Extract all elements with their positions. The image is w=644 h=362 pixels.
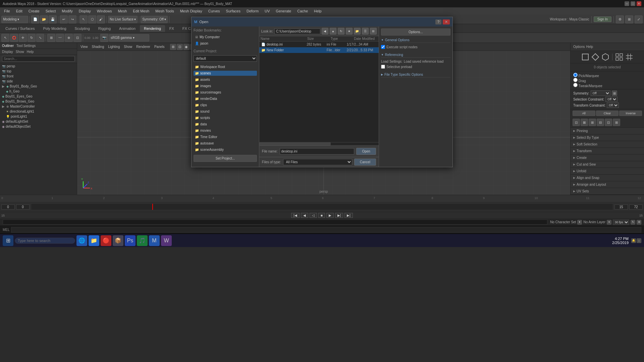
play-btn[interactable]: ▶ (326, 213, 334, 218)
menu-display[interactable]: Display (76, 8, 94, 14)
menu-uv[interactable]: UV (262, 8, 272, 14)
dir-workspace-root[interactable]: 📁 Workspace Root (194, 64, 257, 69)
redo-btn[interactable]: ↪ (68, 15, 76, 23)
menu-file[interactable]: File (1, 8, 13, 14)
new-file-btn[interactable]: 📄 (31, 15, 39, 23)
outliner-item-dir-light[interactable]: ☀ directionalLight1 (1, 109, 76, 114)
vp-icon-1[interactable]: ⊞ (170, 44, 176, 50)
outliner-item-eyes[interactable]: ◆ Boy01_Eyes_Geo (1, 94, 76, 99)
selection-constraint-select[interactable]: Off (605, 97, 618, 102)
align-snap-header[interactable]: Align and Snap (571, 175, 644, 181)
snap-to-surface-btn[interactable]: ⊡ (73, 34, 82, 42)
windows-search-input[interactable] (15, 238, 75, 244)
dir-autosave[interactable]: 📁 autosave (194, 141, 257, 146)
panels-menu-btn[interactable]: Panels (153, 45, 166, 49)
timeline-range-start[interactable] (16, 204, 30, 209)
go-end-btn[interactable]: ▶| (344, 213, 353, 218)
drag-radio[interactable] (573, 78, 578, 82)
modeling-dropdown[interactable]: Modeling ▾ (1, 16, 28, 23)
anim-layer-arrow[interactable]: ▾ (607, 220, 611, 225)
grid-btn-3[interactable]: ⊞ (589, 119, 596, 126)
taskbar-icon-chrome[interactable]: 🌐 (76, 235, 87, 246)
col-size[interactable]: Size (307, 37, 331, 41)
show-desktop-btn[interactable]: | (637, 238, 641, 243)
outliner-item-point-light[interactable]: 💡 pointLight1 (1, 114, 76, 119)
menu-edit[interactable]: Edit (13, 8, 25, 14)
grid-btn-1[interactable]: ⊡ (573, 119, 580, 126)
timeline-track[interactable] (31, 203, 613, 210)
look-in-list-view-btn[interactable]: ☰ (362, 28, 369, 35)
file-row-desktop-ini[interactable]: 📄 desktop.ini 282 bytes ini File 1/17/2.… (259, 42, 379, 47)
tab-rendering[interactable]: Rendering (140, 25, 165, 32)
dir-renderdata[interactable]: 📁 renderData (194, 96, 257, 101)
cut-and-sew-header[interactable]: Cut and Sew (571, 161, 644, 168)
arrange-layout-header[interactable]: Arrange and Layout (571, 181, 644, 188)
outliner-item-boy01-body[interactable]: ▶ ◆ Boy01_Body_Geo (1, 84, 76, 89)
dir-sound[interactable]: 📁 sound (194, 109, 257, 114)
menu-deform[interactable]: Deform (244, 8, 261, 14)
tab-animation[interactable]: Animation (115, 25, 140, 32)
dir-scenes[interactable]: 📁 scenes (194, 71, 257, 76)
snap-to-point-btn[interactable]: ⊕ (65, 34, 73, 42)
tab-fx[interactable]: FX (165, 25, 178, 32)
selective-preload-checkbox[interactable] (381, 65, 385, 69)
timeline-ruler[interactable]: 0 1 2 3 4 5 6 7 8 9 10 11 12 (0, 195, 644, 202)
file-list-hscrollbar[interactable] (259, 142, 379, 145)
timeline-start-input[interactable] (1, 204, 15, 209)
timeline-current-frame[interactable] (614, 204, 628, 209)
tool-settings-tab[interactable]: Tool Settings (16, 44, 36, 48)
out-help-tab[interactable]: Help (27, 50, 34, 54)
tab-poly-modeling[interactable]: Poly Modeling (39, 25, 70, 32)
paint-btn[interactable]: 🖌 (97, 15, 105, 23)
view-menu-btn[interactable]: View (79, 45, 89, 49)
clear-button[interactable]: Clear (596, 111, 619, 116)
vp-icon-2[interactable]: ⊡ (177, 44, 183, 50)
file-name-input[interactable] (280, 148, 355, 155)
shading-menu-btn[interactable]: Shading (91, 45, 106, 49)
hscrollbar-thumb[interactable] (259, 142, 331, 145)
col-name[interactable]: Name (261, 37, 307, 41)
dir-data[interactable]: 📁 data (194, 122, 257, 127)
menu-select[interactable]: Select (43, 8, 59, 14)
grid-btn-6[interactable]: ⊞ (613, 119, 620, 126)
outliner-item-front[interactable]: 📷 front (1, 74, 76, 79)
next-frame-btn[interactable]: ▶| (335, 213, 343, 218)
bookmark-my-computer[interactable]: 🖥 My Computer (194, 35, 257, 40)
bookmark-jason[interactable]: 👤 jason (194, 41, 257, 46)
snap-to-grid-btn[interactable]: ⊞ (47, 34, 55, 42)
dir-movies[interactable]: 📁 movies (194, 128, 257, 133)
select-by-type-header[interactable]: Select By Type (571, 134, 644, 141)
dir-scripts[interactable]: 📁 scripts (194, 115, 257, 120)
char-set-arrow[interactable]: ▾ (577, 220, 582, 225)
pick-marquee-radio[interactable] (573, 73, 578, 77)
pinning-header[interactable]: Pinning (571, 128, 644, 134)
taskbar-icon-spotify[interactable]: 🎵 (137, 235, 148, 246)
select-tool-btn[interactable]: ↖ (79, 15, 88, 23)
renderer-menu-btn[interactable]: Renderer (135, 45, 152, 49)
dir-clips[interactable]: 📁 clips (194, 103, 257, 108)
expand-btn[interactable]: ⤢ (635, 15, 643, 23)
outliner-item-default-light-set[interactable]: ◉ defaultLightSet (1, 119, 76, 124)
outliner-item-brows[interactable]: ◆ Boy01_Brows_Geo (1, 99, 76, 104)
taskbar-icon-explorer[interactable]: 📁 (89, 235, 99, 246)
lasso-btn[interactable]: ⬡ (88, 15, 96, 23)
undo-btn[interactable]: ↩ (60, 15, 68, 23)
symmetry-select[interactable]: Off Object X Object Y (591, 90, 610, 96)
snap-to-curve-btn[interactable]: 〰 (56, 34, 64, 42)
mel-input[interactable] (11, 227, 641, 233)
look-in-detail-view-btn[interactable]: ⊞ (370, 28, 377, 35)
grid-btn-2[interactable]: ⊠ (581, 119, 588, 126)
execute-script-nodes-checkbox[interactable] (381, 45, 385, 49)
lighting-menu-btn[interactable]: Lighting (107, 45, 121, 49)
file-row-new-folder[interactable]: 📁 New Folder File...lder 2/21/20...5:33 … (259, 47, 379, 53)
taskbar-icon-unknown1[interactable]: 🔴 (101, 235, 111, 246)
menu-modify[interactable]: Modify (59, 8, 75, 14)
prev-frame-btn[interactable]: ◀ (301, 213, 308, 218)
status-settings-btn[interactable]: ⚙ (637, 220, 641, 225)
tab-sculpting[interactable]: Sculpting (71, 25, 94, 32)
vp-icon-3[interactable]: ◉ (183, 44, 190, 50)
uv-sets-header[interactable]: UV Sets (571, 188, 644, 194)
unfold-header[interactable]: Unfold (571, 168, 644, 174)
symmetry-dropdown[interactable]: Symmetry: Off ▾ (141, 16, 168, 23)
outliner-item-top[interactable]: 📷 top (1, 69, 76, 74)
